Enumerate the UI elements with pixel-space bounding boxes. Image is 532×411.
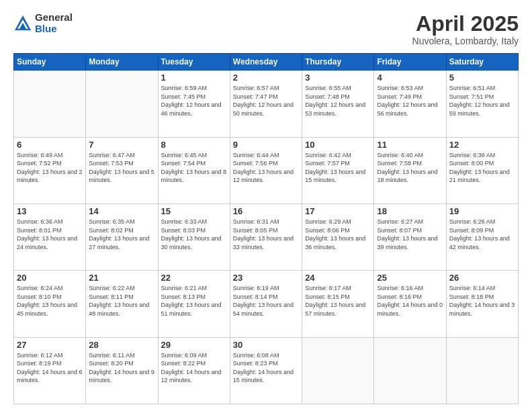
weekday-header: Friday [374,54,446,71]
weekday-header: Saturday [446,54,518,71]
day-info: Sunrise: 6:08 AM Sunset: 8:23 PM Dayligh… [233,351,299,385]
day-info: Sunrise: 6:16 AM Sunset: 8:16 PM Dayligh… [377,284,443,318]
day-number: 22 [161,273,227,283]
calendar-cell: 6Sunrise: 6:49 AM Sunset: 7:52 PM Daylig… [14,137,86,203]
day-number: 9 [233,140,299,150]
day-number: 18 [377,206,443,216]
week-row: 13Sunrise: 6:36 AM Sunset: 8:01 PM Dayli… [14,203,519,270]
calendar-cell [446,337,518,404]
logo-icon [13,14,32,33]
day-number: 12 [449,140,515,150]
day-number: 21 [89,273,154,283]
day-info: Sunrise: 6:33 AM Sunset: 8:03 PM Dayligh… [161,218,227,251]
day-info: Sunrise: 6:42 AM Sunset: 7:57 PM Dayligh… [305,151,371,185]
calendar-cell [86,71,158,137]
day-info: Sunrise: 6:29 AM Sunset: 8:06 PM Dayligh… [305,218,371,251]
calendar-cell: 23Sunrise: 6:19 AM Sunset: 8:14 PM Dayli… [230,271,302,337]
calendar-cell: 12Sunrise: 6:38 AM Sunset: 8:00 PM Dayli… [446,137,518,203]
day-info: Sunrise: 6:38 AM Sunset: 8:00 PM Dayligh… [449,151,515,185]
calendar-cell [302,337,374,404]
day-info: Sunrise: 6:09 AM Sunset: 8:22 PM Dayligh… [161,351,227,385]
calendar-cell: 26Sunrise: 6:14 AM Sunset: 8:18 PM Dayli… [446,271,518,337]
calendar-cell: 5Sunrise: 6:51 AM Sunset: 7:51 PM Daylig… [446,71,518,137]
calendar-cell: 10Sunrise: 6:42 AM Sunset: 7:57 PM Dayli… [302,137,374,203]
day-info: Sunrise: 6:47 AM Sunset: 7:53 PM Dayligh… [89,151,154,185]
day-number: 16 [233,206,299,216]
day-info: Sunrise: 6:53 AM Sunset: 7:49 PM Dayligh… [377,84,443,118]
day-number: 27 [17,340,83,350]
week-row: 6Sunrise: 6:49 AM Sunset: 7:52 PM Daylig… [14,137,519,203]
month-title: April 2025 [412,12,519,36]
calendar-cell: 9Sunrise: 6:44 AM Sunset: 7:56 PM Daylig… [230,137,302,203]
logo: General Blue [13,12,73,34]
weekday-header: Thursday [302,54,374,71]
week-row: 1Sunrise: 6:59 AM Sunset: 7:45 PM Daylig… [14,71,519,137]
day-number: 10 [305,140,371,150]
calendar-cell: 28Sunrise: 6:11 AM Sunset: 8:20 PM Dayli… [86,337,158,404]
day-info: Sunrise: 6:44 AM Sunset: 7:56 PM Dayligh… [233,151,299,185]
week-row: 27Sunrise: 6:12 AM Sunset: 8:19 PM Dayli… [14,337,519,404]
day-info: Sunrise: 6:55 AM Sunset: 7:48 PM Dayligh… [305,84,371,118]
calendar-cell: 25Sunrise: 6:16 AM Sunset: 8:16 PM Dayli… [374,271,446,337]
day-info: Sunrise: 6:21 AM Sunset: 8:13 PM Dayligh… [161,284,227,318]
day-number: 11 [377,140,443,150]
calendar-cell: 29Sunrise: 6:09 AM Sunset: 8:22 PM Dayli… [158,337,230,404]
day-info: Sunrise: 6:49 AM Sunset: 7:52 PM Dayligh… [17,151,83,185]
day-number: 13 [17,206,83,216]
day-number: 28 [89,340,154,350]
logo-text: General Blue [35,12,73,34]
day-info: Sunrise: 6:17 AM Sunset: 8:15 PM Dayligh… [305,284,371,318]
calendar-cell: 2Sunrise: 6:57 AM Sunset: 7:47 PM Daylig… [230,71,302,137]
calendar-cell: 15Sunrise: 6:33 AM Sunset: 8:03 PM Dayli… [158,203,230,270]
day-number: 30 [233,340,299,350]
header: General Blue April 2025 Nuvolera, Lombar… [13,12,519,46]
title-block: April 2025 Nuvolera, Lombardy, Italy [412,12,519,46]
day-info: Sunrise: 6:40 AM Sunset: 7:58 PM Dayligh… [377,151,443,185]
calendar-cell: 22Sunrise: 6:21 AM Sunset: 8:13 PM Dayli… [158,271,230,337]
day-info: Sunrise: 6:11 AM Sunset: 8:20 PM Dayligh… [89,351,154,385]
day-info: Sunrise: 6:45 AM Sunset: 7:54 PM Dayligh… [161,151,227,185]
day-info: Sunrise: 6:36 AM Sunset: 8:01 PM Dayligh… [17,218,83,251]
calendar-cell: 3Sunrise: 6:55 AM Sunset: 7:48 PM Daylig… [302,71,374,137]
day-number: 26 [449,273,515,283]
day-number: 19 [449,206,515,216]
calendar-cell: 24Sunrise: 6:17 AM Sunset: 8:15 PM Dayli… [302,271,374,337]
calendar-cell: 16Sunrise: 6:31 AM Sunset: 8:05 PM Dayli… [230,203,302,270]
calendar-cell: 1Sunrise: 6:59 AM Sunset: 7:45 PM Daylig… [158,71,230,137]
weekday-header: Tuesday [158,54,230,71]
day-info: Sunrise: 6:35 AM Sunset: 8:02 PM Dayligh… [89,218,154,251]
calendar-cell: 13Sunrise: 6:36 AM Sunset: 8:01 PM Dayli… [14,203,86,270]
calendar-cell [374,337,446,404]
day-number: 25 [377,273,443,283]
calendar-cell: 20Sunrise: 6:24 AM Sunset: 8:10 PM Dayli… [14,271,86,337]
calendar-cell [14,71,86,137]
calendar-cell: 8Sunrise: 6:45 AM Sunset: 7:54 PM Daylig… [158,137,230,203]
calendar-cell: 4Sunrise: 6:53 AM Sunset: 7:49 PM Daylig… [374,71,446,137]
day-number: 5 [449,73,515,83]
day-info: Sunrise: 6:24 AM Sunset: 8:10 PM Dayligh… [17,284,83,318]
calendar-cell: 30Sunrise: 6:08 AM Sunset: 8:23 PM Dayli… [230,337,302,404]
day-info: Sunrise: 6:12 AM Sunset: 8:19 PM Dayligh… [17,351,83,385]
day-info: Sunrise: 6:19 AM Sunset: 8:14 PM Dayligh… [233,284,299,318]
day-number: 17 [305,206,371,216]
logo-blue: Blue [35,24,73,35]
location: Nuvolera, Lombardy, Italy [412,36,519,46]
weekday-header-row: SundayMondayTuesdayWednesdayThursdayFrid… [14,54,519,71]
day-number: 8 [161,140,227,150]
day-info: Sunrise: 6:51 AM Sunset: 7:51 PM Dayligh… [449,84,515,118]
day-number: 6 [17,140,83,150]
day-number: 2 [233,73,299,83]
day-info: Sunrise: 6:57 AM Sunset: 7:47 PM Dayligh… [233,84,299,118]
day-info: Sunrise: 6:26 AM Sunset: 8:09 PM Dayligh… [449,218,515,251]
day-info: Sunrise: 6:59 AM Sunset: 7:45 PM Dayligh… [161,84,227,118]
calendar-table: SundayMondayTuesdayWednesdayThursdayFrid… [13,53,519,404]
calendar-cell: 14Sunrise: 6:35 AM Sunset: 8:02 PM Dayli… [86,203,158,270]
page: General Blue April 2025 Nuvolera, Lombar… [0,0,532,411]
day-number: 14 [89,206,154,216]
day-number: 7 [89,140,154,150]
calendar-cell: 17Sunrise: 6:29 AM Sunset: 8:06 PM Dayli… [302,203,374,270]
calendar-cell: 11Sunrise: 6:40 AM Sunset: 7:58 PM Dayli… [374,137,446,203]
calendar-cell: 27Sunrise: 6:12 AM Sunset: 8:19 PM Dayli… [14,337,86,404]
calendar-cell: 21Sunrise: 6:22 AM Sunset: 8:11 PM Dayli… [86,271,158,337]
calendar-cell: 7Sunrise: 6:47 AM Sunset: 7:53 PM Daylig… [86,137,158,203]
